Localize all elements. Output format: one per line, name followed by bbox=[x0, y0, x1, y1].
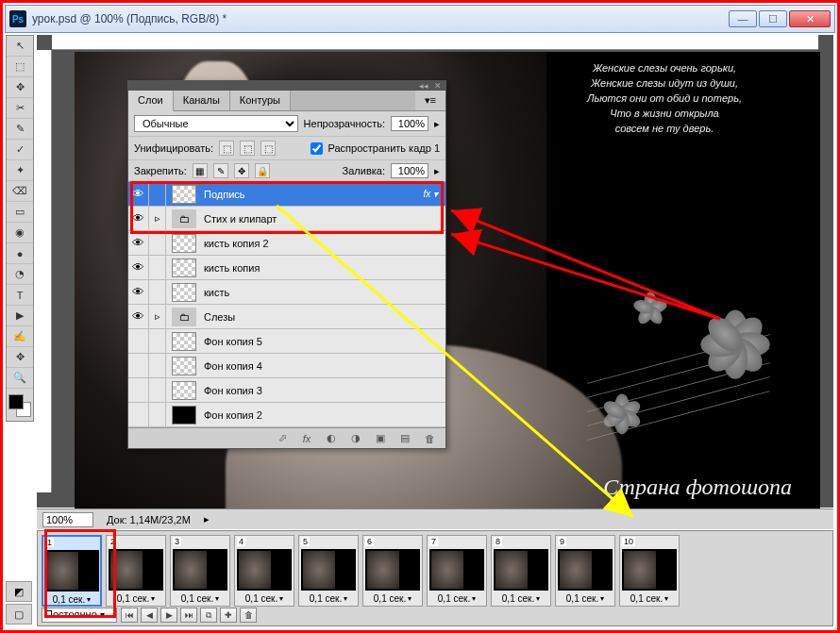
frame-delay[interactable]: 0,1 сек. bbox=[117, 593, 155, 604]
propagate-checkbox[interactable] bbox=[311, 142, 323, 155]
layer-name[interactable]: Фон копия 5 bbox=[202, 336, 445, 347]
layer-expand[interactable]: ▹ bbox=[149, 305, 166, 329]
layer-expand[interactable] bbox=[149, 378, 166, 403]
titlebar[interactable]: Ps урок.psd @ 100% (Подпись, RGB/8) * — … bbox=[6, 6, 834, 32]
visibility-eye-icon[interactable]: 👁 bbox=[128, 231, 149, 256]
panel-close-icon[interactable]: ✕ bbox=[434, 81, 442, 91]
layer-expand[interactable] bbox=[149, 231, 166, 256]
frame-delay[interactable]: 0,1 сек. bbox=[53, 594, 91, 605]
layers-panel[interactable]: ◂◂✕ Слои Каналы Контуры ▾≡ Обычные Непро… bbox=[127, 80, 446, 449]
layer-name[interactable]: Фон копия 4 bbox=[202, 360, 445, 372]
timeline-btn-6[interactable]: 🗑 bbox=[240, 608, 257, 623]
tool-5[interactable]: ✓ bbox=[7, 140, 33, 160]
lock-position-icon[interactable]: ✥ bbox=[234, 163, 249, 178]
frame-delay[interactable]: 0,1 сек. bbox=[566, 593, 604, 604]
tool-2[interactable]: ✥ bbox=[7, 77, 33, 98]
layer-row[interactable]: 👁▹🗀Слезы bbox=[128, 305, 445, 329]
link-layers-icon[interactable]: ⬀ bbox=[274, 431, 291, 446]
visibility-eye-icon[interactable]: 👁 bbox=[128, 280, 149, 305]
layer-expand[interactable]: ▹ bbox=[149, 207, 166, 231]
tool-1[interactable]: ⬚ bbox=[7, 57, 33, 77]
animation-frame[interactable]: 60,1 сек. bbox=[362, 535, 423, 607]
color-swatches[interactable] bbox=[7, 392, 33, 421]
visibility-eye-icon[interactable] bbox=[128, 403, 149, 427]
timeline-btn-0[interactable]: ⏮ bbox=[121, 608, 138, 623]
quickmask-button[interactable]: ◩ bbox=[6, 581, 32, 602]
layer-expand[interactable] bbox=[149, 280, 166, 305]
animation-frame[interactable]: 40,1 сек. bbox=[234, 535, 294, 607]
animation-frame[interactable]: 100,1 сек. bbox=[619, 535, 680, 607]
tool-8[interactable]: ▭ bbox=[7, 202, 33, 223]
tab-channels[interactable]: Каналы bbox=[174, 91, 230, 110]
layer-name[interactable]: кисть копия 2 bbox=[202, 238, 445, 249]
tool-15[interactable]: ✥ bbox=[7, 347, 33, 368]
layer-expand[interactable] bbox=[149, 182, 166, 207]
ruler-vertical[interactable] bbox=[37, 50, 52, 492]
animation-frame[interactable]: 50,1 сек. bbox=[298, 535, 359, 607]
visibility-eye-icon[interactable]: 👁 bbox=[128, 305, 149, 329]
layer-expand[interactable] bbox=[149, 256, 166, 280]
tool-3[interactable]: ✂ bbox=[7, 98, 33, 119]
maximize-button[interactable]: ☐ bbox=[759, 10, 787, 27]
frame-delay[interactable]: 0,1 сек. bbox=[502, 593, 540, 604]
zoom-input[interactable] bbox=[42, 512, 93, 527]
timeline-btn-5[interactable]: ✚ bbox=[220, 608, 237, 623]
panel-grip[interactable]: ◂◂✕ bbox=[128, 81, 445, 91]
panel-menu-icon[interactable]: ▾≡ bbox=[415, 91, 445, 110]
visibility-eye-icon[interactable] bbox=[128, 354, 149, 378]
tool-7[interactable]: ⌫ bbox=[7, 181, 33, 202]
panel-collapse-icon[interactable]: ◂◂ bbox=[419, 81, 428, 91]
tool-4[interactable]: ✎ bbox=[7, 119, 33, 140]
screenmode-button[interactable]: ▢ bbox=[6, 604, 32, 625]
fill-input[interactable] bbox=[391, 163, 428, 178]
layer-expand[interactable] bbox=[149, 403, 166, 427]
tool-0[interactable]: ↖ bbox=[7, 36, 33, 57]
frame-delay[interactable]: 0,1 сек. bbox=[374, 593, 412, 604]
layer-row[interactable]: Фон копия 2 bbox=[128, 403, 445, 427]
visibility-eye-icon[interactable]: 👁 bbox=[128, 182, 149, 207]
layer-row[interactable]: 👁кисть bbox=[128, 280, 445, 305]
blend-mode-select[interactable]: Обычные bbox=[134, 115, 298, 132]
frame-delay[interactable]: 0,1 сек. bbox=[310, 593, 347, 604]
lock-pixels-icon[interactable]: ✎ bbox=[213, 163, 228, 178]
tool-14[interactable]: ✍ bbox=[7, 326, 33, 347]
animation-frame[interactable]: 20,1 сек. bbox=[106, 535, 166, 607]
layer-row[interactable]: Фон копия 5 bbox=[128, 329, 445, 354]
layer-row[interactable]: 👁▹🗀Стих и клипарт bbox=[128, 207, 445, 231]
tool-9[interactable]: ◉ bbox=[7, 223, 33, 243]
timeline-btn-2[interactable]: ▶ bbox=[160, 608, 177, 623]
lock-transparent-icon[interactable]: ▦ bbox=[193, 163, 208, 178]
layer-row[interactable]: 👁кисть копия 2 bbox=[128, 231, 445, 256]
visibility-eye-icon[interactable]: 👁 bbox=[128, 256, 149, 280]
layer-name[interactable]: Фон копия 2 bbox=[202, 409, 445, 421]
trash-icon[interactable]: 🗑 bbox=[421, 431, 438, 446]
visibility-eye-icon[interactable] bbox=[128, 378, 149, 403]
unify-position-icon[interactable]: ⬚ bbox=[219, 141, 234, 156]
layer-name[interactable]: Стих и клипарт bbox=[202, 213, 445, 225]
tool-6[interactable]: ✦ bbox=[7, 160, 33, 181]
unify-visibility-icon[interactable]: ⬚ bbox=[240, 141, 255, 156]
layer-name[interactable]: кисть копия bbox=[202, 262, 445, 274]
layer-name[interactable]: Слезы bbox=[202, 311, 445, 323]
close-button[interactable]: ✕ bbox=[789, 10, 831, 27]
animation-frame[interactable]: 90,1 сек. bbox=[555, 535, 615, 607]
minimize-button[interactable]: — bbox=[729, 10, 757, 27]
visibility-eye-icon[interactable] bbox=[128, 329, 149, 354]
layer-row[interactable]: Фон копия 3 bbox=[128, 378, 445, 403]
tab-layers[interactable]: Слои bbox=[128, 91, 174, 111]
layer-name[interactable]: Фон копия 3 bbox=[202, 385, 445, 396]
timeline-btn-3[interactable]: ⏭ bbox=[180, 608, 197, 623]
group-icon[interactable]: ▣ bbox=[372, 431, 389, 446]
loop-select[interactable]: Постоянно ▾ bbox=[42, 608, 117, 623]
layer-expand[interactable] bbox=[149, 354, 166, 378]
adjustment-icon[interactable]: ◑ bbox=[347, 431, 364, 446]
tool-11[interactable]: ◔ bbox=[7, 264, 33, 285]
unify-style-icon[interactable]: ⬚ bbox=[260, 141, 276, 156]
frame-delay[interactable]: 0,1 сек. bbox=[245, 593, 283, 604]
layer-name[interactable]: кисть bbox=[202, 287, 445, 298]
animation-frame[interactable]: 10,1 сек. bbox=[42, 535, 102, 607]
animation-frame[interactable]: 80,1 сек. bbox=[491, 535, 551, 607]
fx-indicator[interactable]: fx ▾ bbox=[423, 189, 445, 199]
frame-delay[interactable]: 0,1 сек. bbox=[630, 593, 668, 604]
tool-10[interactable]: ● bbox=[7, 243, 33, 264]
